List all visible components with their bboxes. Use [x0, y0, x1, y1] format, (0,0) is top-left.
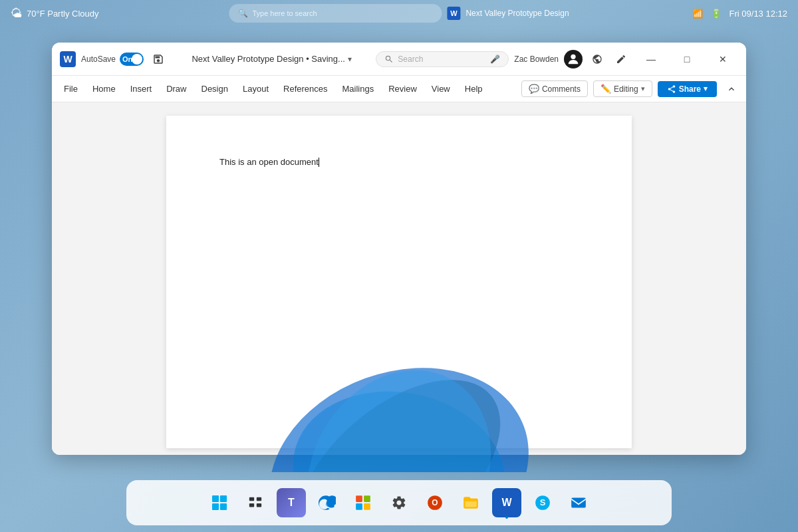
svg-rect-3 — [249, 503, 254, 507]
title-dropdown-icon[interactable]: ▾ — [348, 55, 352, 64]
svg-rect-4 — [257, 503, 261, 507]
svg-rect-2 — [257, 497, 261, 501]
globe-icon-button[interactable] — [588, 50, 606, 68]
menu-draw[interactable]: Draw — [160, 81, 193, 96]
user-avatar[interactable] — [564, 50, 583, 68]
menu-design[interactable]: Design — [195, 81, 235, 96]
menu-bar: File Home Insert Draw Design Layout Refe… — [52, 76, 746, 102]
document-title: Next Valley Prototype Design • Saving... — [192, 54, 344, 64]
word-logo: W — [60, 51, 76, 67]
share-button[interactable]: Share ▾ — [658, 81, 717, 97]
menu-mailings[interactable]: Mailings — [336, 81, 381, 96]
taskbar-icon-word[interactable]: W — [492, 488, 521, 517]
taskbar-icon-teams[interactable]: T — [277, 488, 306, 517]
wifi-icon: 📶 — [692, 9, 703, 19]
taskbar-icon-edge[interactable] — [313, 488, 342, 517]
autosave-area: AutoSave On — [81, 53, 144, 66]
comments-bubble-icon: 💬 — [529, 84, 539, 94]
weather-text: 70°F Partly Cloudy — [27, 9, 99, 19]
share-label: Share — [679, 84, 701, 94]
windows-bloom — [233, 339, 565, 472]
svg-rect-6 — [364, 495, 370, 502]
taskbar-icon-wrapper-teams: T — [277, 488, 306, 517]
word-taskbar-icon[interactable]: W — [447, 7, 460, 20]
search-placeholder-text: Type here to search — [252, 9, 317, 17]
taskbar-icon-taskview[interactable] — [241, 488, 270, 517]
svg-rect-13 — [571, 497, 586, 507]
taskbar-icon-wrapper-word: W — [492, 488, 521, 517]
menu-insert[interactable]: Insert — [124, 81, 159, 96]
pen-icon-button[interactable] — [612, 50, 630, 68]
system-bar-center[interactable]: 🔍 Type here to search W Next Valley Prot… — [229, 4, 569, 23]
taskbar-icon-skype[interactable]: S — [528, 488, 557, 517]
weather-icon: 🌤 — [11, 7, 23, 21]
comments-button[interactable]: 💬 Comments — [521, 80, 588, 97]
menu-layout[interactable]: Layout — [236, 81, 275, 96]
user-name: Zac Bowden — [514, 55, 559, 64]
editing-button[interactable]: ✏️ Editing ▾ — [593, 80, 652, 97]
menu-items: File Home Insert Draw Design Layout Refe… — [57, 81, 489, 96]
title-search-bar[interactable]: Search 🎤 — [376, 51, 509, 67]
svg-text:O: O — [432, 498, 438, 507]
comments-label: Comments — [542, 84, 581, 94]
taskbar-icon-settings[interactable] — [384, 488, 414, 517]
autosave-state: On — [122, 55, 132, 63]
battery-icon: 🔋 — [711, 9, 722, 19]
svg-point-0 — [571, 54, 575, 59]
close-button[interactable]: ✕ — [708, 49, 738, 70]
title-bar: W AutoSave On Next Valley Prototype Desi… — [52, 43, 746, 76]
minimize-button[interactable]: — — [636, 49, 666, 70]
svg-rect-5 — [356, 495, 362, 502]
ribbon-collapse-button[interactable] — [722, 80, 741, 98]
taskbar-icon-office[interactable]: O — [420, 488, 450, 517]
search-icon: 🔍 — [238, 9, 248, 18]
share-dropdown-icon: ▾ — [704, 84, 708, 93]
maximize-button[interactable]: □ — [672, 49, 702, 70]
autosave-label: AutoSave — [81, 55, 116, 64]
svg-rect-8 — [364, 503, 370, 510]
menu-file[interactable]: File — [57, 81, 84, 96]
svg-rect-7 — [356, 503, 362, 510]
desktop: 🌤 70°F Partly Cloudy 🔍 Type here to sear… — [0, 0, 798, 532]
datetime-text: Fri 09/13 12:12 — [730, 9, 787, 19]
pencil-icon: ✏️ — [600, 84, 611, 94]
document-text: This is an open document — [219, 157, 319, 167]
menu-help[interactable]: Help — [458, 81, 489, 96]
save-icon-button[interactable] — [149, 50, 168, 68]
svg-rect-1 — [249, 497, 254, 501]
editing-label: Editing — [614, 84, 638, 94]
taskbar-icon-store[interactable] — [348, 488, 378, 517]
system-bar: 🌤 70°F Partly Cloudy 🔍 Type here to sear… — [0, 0, 798, 27]
menu-right: 💬 Comments ✏️ Editing ▾ Share ▾ — [521, 80, 741, 98]
editing-dropdown-icon: ▾ — [641, 84, 645, 93]
mic-icon[interactable]: 🎤 — [490, 55, 500, 64]
text-cursor — [319, 158, 319, 167]
svg-text:S: S — [540, 497, 546, 507]
taskbar: T — [126, 480, 672, 525]
taskbar-app-label: Next Valley Prototype Design — [466, 9, 569, 18]
system-bar-left: 🌤 70°F Partly Cloudy — [11, 7, 99, 21]
autosave-toggle[interactable]: On — [120, 53, 144, 66]
windows-logo — [212, 495, 227, 510]
title-bar-right: Zac Bowden — □ ✕ — [514, 49, 738, 70]
menu-review[interactable]: Review — [382, 81, 424, 96]
taskbar-icon-mail[interactable] — [564, 488, 593, 517]
search-placeholder: Search — [398, 55, 423, 64]
menu-home[interactable]: Home — [86, 81, 122, 96]
taskbar-active-dot — [505, 516, 508, 519]
menu-view[interactable]: View — [425, 81, 457, 96]
system-bar-right: 📶 🔋 Fri 09/13 12:12 — [692, 9, 787, 19]
top-search-bar[interactable]: 🔍 Type here to search — [229, 4, 442, 23]
doc-title-area: Next Valley Prototype Design • Saving...… — [173, 54, 370, 64]
taskbar-icon-start[interactable] — [205, 488, 234, 517]
taskbar-icon-fileexplorer[interactable] — [456, 488, 485, 517]
menu-references[interactable]: References — [277, 81, 334, 96]
